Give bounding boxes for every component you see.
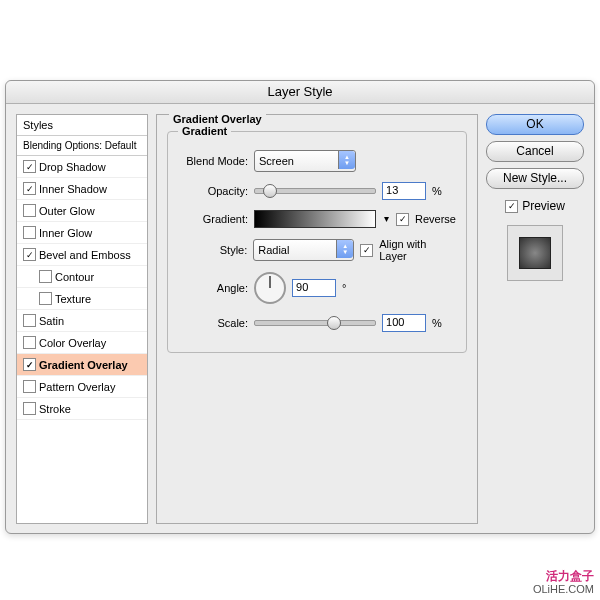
layer-style-dialog: Layer Style Styles Blending Options: Def… [5,80,595,534]
style-checkbox[interactable]: ✓ [23,160,36,173]
style-checkbox[interactable] [39,292,52,305]
style-item-stroke[interactable]: Stroke [17,398,147,420]
preview-box [507,225,563,281]
new-style-button[interactable]: New Style... [486,168,584,189]
styles-header[interactable]: Styles [17,115,147,136]
style-item-label: Inner Shadow [39,183,107,195]
style-item-satin[interactable]: Satin [17,310,147,332]
degree-label: ° [342,282,346,294]
style-checkbox[interactable]: ✓ [23,358,36,371]
style-item-label: Outer Glow [39,205,95,217]
blend-mode-select[interactable]: Screen ▲▼ [254,150,356,172]
style-checkbox[interactable] [23,226,36,239]
gradient-swatch[interactable]: ▾ [254,210,376,228]
style-item-label: Pattern Overlay [39,381,115,393]
style-item-texture[interactable]: Texture [17,288,147,310]
blend-mode-value: Screen [259,155,294,167]
style-item-label: Drop Shadow [39,161,106,173]
style-label: Style: [178,244,247,256]
pct-label: % [432,185,442,197]
blend-mode-label: Blend Mode: [178,155,248,167]
scale-label: Scale: [178,317,248,329]
style-checkbox[interactable]: ✓ [23,182,36,195]
right-panel: OK Cancel New Style... ✓ Preview [486,114,584,524]
style-value: Radial [258,244,289,256]
opacity-slider[interactable] [254,188,376,194]
slider-thumb[interactable] [327,316,341,330]
dropdown-arrow-icon[interactable]: ▾ [384,213,389,224]
styles-panel: Styles Blending Options: Default ✓Drop S… [16,114,148,524]
style-select[interactable]: Radial ▲▼ [253,239,354,261]
style-item-outer-glow[interactable]: Outer Glow [17,200,147,222]
style-checkbox[interactable] [23,336,36,349]
gradient-group-label: Gradient [178,125,231,137]
watermark: 活力盒子 OLiHE.COM [533,570,594,596]
opacity-input[interactable]: 13 [382,182,426,200]
dropdown-arrows-icon: ▲▼ [338,151,355,169]
align-label: Align with Layer [379,238,456,262]
preview-label: Preview [522,199,565,213]
cancel-button[interactable]: Cancel [486,141,584,162]
reverse-label: Reverse [415,213,456,225]
main-panel: Gradient Overlay Gradient Blend Mode: Sc… [156,114,478,524]
dropdown-arrows-icon: ▲▼ [336,240,353,258]
ok-button[interactable]: OK [486,114,584,135]
scale-slider[interactable] [254,320,376,326]
gradient-group: Gradient Blend Mode: Screen ▲▼ Opacity: … [167,131,467,353]
style-item-label: Inner Glow [39,227,92,239]
style-item-drop-shadow[interactable]: ✓Drop Shadow [17,156,147,178]
style-item-label: Stroke [39,403,71,415]
style-item-label: Color Overlay [39,337,106,349]
style-checkbox[interactable] [39,270,52,283]
style-item-color-overlay[interactable]: Color Overlay [17,332,147,354]
style-item-label: Bevel and Emboss [39,249,131,261]
style-item-pattern-overlay[interactable]: Pattern Overlay [17,376,147,398]
align-checkbox[interactable]: ✓ [360,244,373,257]
reverse-checkbox[interactable]: ✓ [396,213,409,226]
preview-checkbox[interactable]: ✓ [505,200,518,213]
style-item-label: Gradient Overlay [39,359,128,371]
style-item-inner-glow[interactable]: Inner Glow [17,222,147,244]
opacity-label: Opacity: [178,185,248,197]
style-checkbox[interactable] [23,402,36,415]
style-checkbox[interactable] [23,204,36,217]
style-item-bevel-and-emboss[interactable]: ✓Bevel and Emboss [17,244,147,266]
scale-input[interactable]: 100 [382,314,426,332]
gradient-label: Gradient: [178,213,248,225]
dialog-title: Layer Style [6,81,594,104]
angle-dial[interactable] [254,272,286,304]
watermark-en: OLiHE.COM [533,583,594,596]
panel-title: Gradient Overlay [169,113,266,125]
style-item-label: Satin [39,315,64,327]
slider-thumb[interactable] [263,184,277,198]
watermark-cn: 活力盒子 [533,570,594,583]
style-checkbox[interactable] [23,314,36,327]
style-item-inner-shadow[interactable]: ✓Inner Shadow [17,178,147,200]
style-item-gradient-overlay[interactable]: ✓Gradient Overlay [17,354,147,376]
angle-label: Angle: [178,282,248,294]
preview-swatch [519,237,551,269]
style-item-contour[interactable]: Contour [17,266,147,288]
style-item-label: Texture [55,293,91,305]
angle-input[interactable]: 90 [292,279,336,297]
style-checkbox[interactable]: ✓ [23,248,36,261]
style-item-label: Contour [55,271,94,283]
pct-label: % [432,317,442,329]
style-checkbox[interactable] [23,380,36,393]
blending-options-row[interactable]: Blending Options: Default [17,136,147,156]
